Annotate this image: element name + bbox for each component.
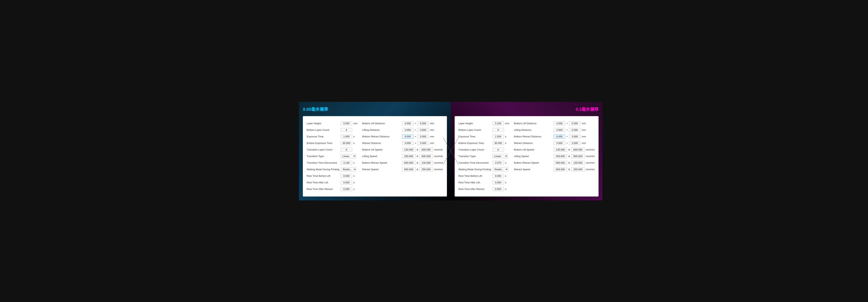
r-bottom-retract-dist-val2[interactable] — [569, 135, 581, 139]
r-bottom-retract-speed-val2[interactable] — [571, 161, 585, 165]
transition-time-decrement-unit: s — [353, 161, 355, 164]
r-lifting-dist-val2[interactable] — [569, 128, 581, 132]
bottom-retract-dist-val2[interactable] — [417, 135, 429, 139]
r-lifting-speed-val2[interactable] — [571, 154, 585, 158]
r-rest-after-lift-input[interactable] — [492, 181, 504, 185]
waiting-mode-select[interactable]: Restin... — [341, 167, 356, 171]
r-transition-layer-count-label: Transition Layer Count: — [459, 148, 491, 151]
bottom-retract-speed-val2[interactable] — [419, 161, 433, 165]
r-lifting-speed-unit: mm/min — [586, 155, 595, 158]
right-card-grid: Layer Height: mm Bottom Layer Count: Exp… — [459, 121, 595, 192]
r-transition-layer-count-input[interactable] — [492, 147, 504, 152]
layer-height-input[interactable] — [341, 121, 352, 126]
r-lifting-speed-row: Lifting Speed: & mm/min — [514, 154, 595, 159]
r-transition-layer-count-row: Transition Layer Count: — [459, 147, 509, 153]
retract-dist-unit: mm — [430, 142, 434, 144]
r-bottom-retract-speed-val1[interactable] — [554, 161, 567, 165]
r-bottom-lift-dist-val2[interactable] — [569, 121, 581, 126]
exposure-time-row: Exposure Time: s — [307, 134, 358, 139]
r-bottom-exposure-time-label: Bottom Exposure Time: — [459, 142, 491, 144]
r-transition-time-decrement-row: Transition Time Decrement: s — [459, 160, 509, 166]
bottom-retract-dist-unit: mm — [430, 135, 434, 138]
lifting-speed-val2[interactable] — [419, 154, 433, 158]
r-exposure-time-label: Exposure Time: — [459, 135, 491, 138]
bottom-lift-dist-row: Bottom Lift Distance: + mm — [362, 121, 443, 126]
r-plus-sep: + — [566, 122, 568, 125]
bottom-lift-dist-unit: mm — [430, 122, 434, 125]
r-retract-speed-val1[interactable] — [554, 167, 567, 171]
r-bottom-lift-speed-unit: mm/min — [586, 148, 595, 151]
transition-type-select[interactable]: Linear — [341, 154, 356, 159]
bottom-exposure-time-input[interactable] — [341, 141, 352, 145]
r-retract-dist-val1[interactable] — [554, 141, 565, 145]
r-bottom-layer-count-input[interactable] — [492, 128, 504, 132]
r-transition-time-decrement-input[interactable] — [492, 161, 504, 165]
retract-dist-val2[interactable] — [417, 141, 429, 145]
r-waiting-mode-select[interactable]: Restin... — [493, 167, 508, 171]
bottom-layer-count-input[interactable] — [341, 128, 352, 132]
bottom-lift-dist-label: Bottom Lift Distance: — [362, 122, 401, 125]
transition-layer-count-row: Transition Layer Count: — [307, 147, 358, 153]
retract-dist-val1[interactable] — [402, 141, 413, 145]
r-bottom-layer-count-row: Bottom Layer Count: — [459, 127, 509, 133]
transition-time-decrement-input[interactable] — [341, 161, 352, 165]
rest-before-lift-row: Rest Time Before Lift: s — [307, 173, 358, 179]
bottom-lift-dist-val1[interactable] — [402, 121, 413, 126]
r-bottom-lift-speed-label: Bottom Lift Speed: — [514, 148, 552, 151]
r-layer-height-label: Layer Height: — [459, 122, 491, 125]
r-lifting-speed-val1[interactable] — [554, 154, 567, 158]
r-rest-before-lift-unit: s — [505, 174, 506, 177]
rest-after-lift-label: Rest Time After Lift: — [307, 181, 340, 184]
bottom-retract-speed-unit: mm/min — [434, 161, 443, 164]
bottom-lift-speed-val2[interactable] — [419, 147, 433, 152]
rest-after-lift-input[interactable] — [341, 181, 352, 185]
r-transition-type-select[interactable]: Linear — [492, 154, 508, 159]
lifting-dist-val1[interactable] — [402, 128, 413, 132]
bottom-retract-speed-val1[interactable] — [402, 161, 415, 165]
lifting-speed-val1[interactable] — [402, 154, 415, 158]
r-layer-height-unit: mm — [505, 122, 509, 125]
r-rest-before-lift-input[interactable] — [492, 174, 504, 178]
retract-speed-val1[interactable] — [402, 167, 415, 171]
bottom-exposure-time-unit: s — [353, 142, 355, 144]
retract-speed-unit: mm/min — [434, 168, 443, 171]
right-panel: 0.1毫米層厚 Layer Height: mm Bottom Layer Co… — [451, 102, 602, 200]
r-retract-speed-val2[interactable] — [571, 167, 585, 171]
r-lifting-dist-val1[interactable] — [554, 128, 565, 132]
right-panel-title: 0.1毫米層厚 — [455, 106, 599, 113]
r-layer-height-input[interactable] — [492, 121, 504, 126]
lifting-speed-label: Lifting Speed: — [362, 155, 401, 158]
r-bottom-lift-speed-val2[interactable] — [571, 147, 585, 152]
r-exposure-time-input[interactable] — [492, 135, 504, 139]
r-bottom-retract-speed-unit: mm/min — [586, 161, 595, 164]
retract-dist-row: Retract Distance: + mm — [362, 140, 443, 146]
bottom-lift-speed-label: Bottom Lift Speed: — [362, 148, 401, 151]
r-bottom-lift-dist-unit: mm — [582, 122, 586, 125]
retract-speed-val2[interactable] — [419, 167, 433, 171]
lifting-dist-val2[interactable] — [417, 128, 429, 132]
bottom-lift-speed-val1[interactable] — [402, 147, 415, 152]
r-transition-type-label: Transition Type: — [459, 155, 491, 158]
exposure-time-input[interactable] — [341, 135, 352, 139]
r-waiting-mode-row: Waiting Mode During Printing: Restin... — [459, 167, 509, 172]
r-bottom-lift-dist-label: Bottom Lift Distance: — [514, 122, 552, 125]
rest-after-retract-input[interactable] — [341, 187, 352, 191]
transition-time-decrement-label: Transition Time Decrement: — [307, 161, 340, 164]
r-bottom-retract-dist-val1[interactable] — [554, 135, 565, 139]
rest-after-lift-row: Rest Time After Lift: s — [307, 180, 358, 185]
bottom-lift-dist-val2[interactable] — [417, 121, 429, 126]
bottom-retract-dist-label: Bottom Retract Distance: — [362, 135, 401, 138]
bottom-retract-speed-row: Bottom Retract Speed: & mm/min — [362, 160, 443, 166]
r-plus-sep3: + — [566, 135, 568, 138]
bottom-retract-dist-val1[interactable] — [402, 135, 413, 139]
r-bottom-lift-speed-val1[interactable] — [554, 147, 567, 152]
r-bottom-exposure-time-input[interactable] — [492, 141, 504, 145]
waiting-mode-label: Waiting Mode During Printing: — [307, 168, 340, 171]
rest-before-lift-input[interactable] — [341, 174, 352, 178]
r-retract-dist-val2[interactable] — [569, 141, 581, 145]
r-bottom-lift-dist-val1[interactable] — [554, 121, 565, 126]
transition-type-label: Transition Type: — [307, 155, 340, 158]
bottom-lift-speed-row: Bottom Lift Speed: & mm/min — [362, 147, 443, 153]
transition-layer-count-input[interactable] — [341, 147, 352, 152]
r-rest-after-retract-input[interactable] — [492, 187, 504, 191]
